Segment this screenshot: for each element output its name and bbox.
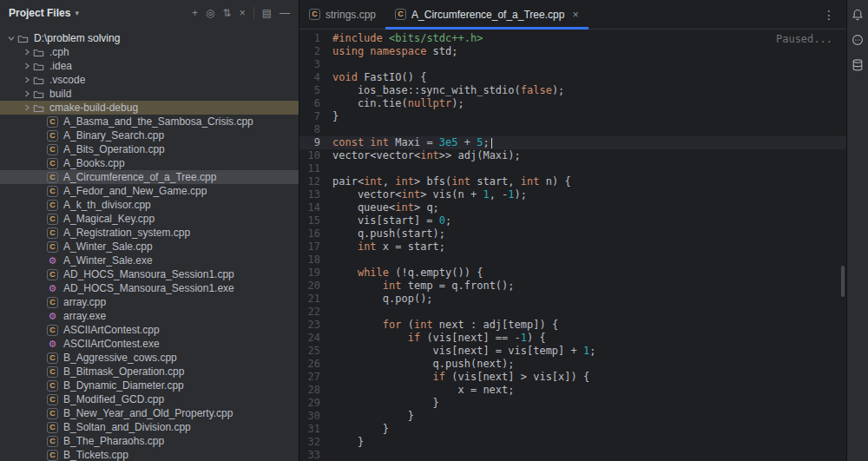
code-editor[interactable]: 1#include <bits/stdc++.h>2using namespac… bbox=[299, 30, 846, 461]
code-line[interactable]: 6 cin.tie(nullptr); bbox=[299, 97, 846, 110]
tree-item[interactable]: AD_HOCS_Mansoura_Session1.exe bbox=[0, 281, 299, 295]
code-line[interactable]: 16 q.push(start); bbox=[299, 227, 846, 240]
code-line[interactable]: 8 bbox=[299, 123, 846, 136]
tree-item[interactable]: array.exe bbox=[0, 309, 299, 323]
tree-item[interactable]: B_Modified_GCD.cpp bbox=[0, 392, 299, 406]
tree-item[interactable]: A_Bits_Operation.cpp bbox=[0, 142, 299, 156]
code-line[interactable]: 33 bbox=[299, 449, 846, 461]
line-number[interactable]: 29 bbox=[299, 397, 320, 410]
tree-item[interactable]: A_Winter_Sale.cpp bbox=[0, 240, 299, 254]
close-icon[interactable]: × bbox=[240, 8, 246, 18]
chevron-collapsed-icon[interactable] bbox=[21, 62, 33, 70]
line-number[interactable]: 4 bbox=[299, 71, 320, 84]
line-number[interactable]: 26 bbox=[299, 358, 320, 371]
code-line[interactable]: 30 } bbox=[299, 410, 846, 423]
tree-item[interactable]: cmake-build-debug bbox=[0, 101, 299, 115]
code-line[interactable]: 17 int x = start; bbox=[299, 240, 846, 254]
locate-icon[interactable]: ◎ bbox=[206, 8, 214, 18]
line-number[interactable]: 7 bbox=[299, 110, 320, 123]
project-view-selector[interactable]: Project Files ▾ bbox=[9, 7, 79, 19]
tree-item[interactable]: A_Magical_Key.cpp bbox=[0, 212, 299, 226]
code-line[interactable]: 13 vector<int> vis(n + 1, -1); bbox=[299, 188, 846, 201]
tree-item[interactable]: B_Soltan_and_Division.cpp bbox=[0, 420, 299, 434]
tree-item[interactable]: A_Winter_Sale.exe bbox=[0, 254, 299, 267]
minimize-icon[interactable]: — bbox=[279, 8, 290, 18]
code-line[interactable]: 32 } bbox=[299, 436, 846, 449]
line-number[interactable]: 11 bbox=[299, 162, 320, 175]
add-icon[interactable]: + bbox=[192, 8, 198, 18]
tree-item[interactable]: .idea bbox=[0, 59, 299, 73]
tree-item[interactable]: B_The_Pharaohs.cpp bbox=[0, 434, 299, 448]
line-number[interactable]: 12 bbox=[299, 175, 320, 188]
line-number[interactable]: 25 bbox=[299, 345, 320, 358]
code-line[interactable]: 5 ios_base::sync_with_stdio(false); bbox=[299, 84, 846, 97]
code-line[interactable]: 19 while (!q.empty()) { bbox=[299, 267, 846, 280]
code-line[interactable]: 1#include <bits/stdc++.h> bbox=[299, 32, 846, 45]
tree-item[interactable]: .vscode bbox=[0, 73, 299, 87]
database-icon[interactable] bbox=[851, 58, 865, 72]
code-line[interactable]: 7} bbox=[299, 110, 846, 123]
chevron-expanded-icon[interactable] bbox=[5, 34, 17, 43]
code-line[interactable]: 15 vis[start] = 0; bbox=[299, 214, 846, 227]
chevron-collapsed-icon[interactable] bbox=[21, 76, 33, 84]
tree-item[interactable]: B_New_Year_and_Old_Property.cpp bbox=[0, 406, 299, 420]
tree-item[interactable]: A_k_th_divisor.cpp bbox=[0, 198, 299, 212]
line-number[interactable]: 30 bbox=[299, 410, 320, 423]
expand-collapse-icon[interactable]: ⇅ bbox=[223, 8, 232, 18]
line-number[interactable]: 10 bbox=[299, 149, 320, 162]
code-line[interactable]: 24 if (vis[next] == -1) { bbox=[299, 332, 846, 345]
code-line[interactable]: 22 bbox=[299, 306, 846, 319]
line-number[interactable]: 19 bbox=[299, 267, 320, 280]
line-number[interactable]: 6 bbox=[299, 97, 320, 110]
tree-item[interactable]: B_Bitmask_Operation.cpp bbox=[0, 365, 299, 379]
code-line[interactable]: 10vector<vector<int>> adj(Maxi); bbox=[299, 149, 846, 162]
code-line[interactable]: 23 for (int next : adj[temp]) { bbox=[299, 319, 846, 332]
code-line[interactable]: 2using namespace std; bbox=[299, 45, 846, 58]
more-options-icon[interactable]: ⋮ bbox=[823, 8, 846, 22]
code-line[interactable]: 9const int Maxi = 3e5 + 5; bbox=[299, 136, 846, 149]
tree-item[interactable]: A_Fedor_and_New_Game.cpp bbox=[0, 184, 299, 198]
tree-item[interactable]: A_Binary_Search.cpp bbox=[0, 128, 299, 142]
code-line[interactable]: 11 bbox=[299, 162, 846, 175]
line-number[interactable]: 8 bbox=[299, 123, 320, 136]
line-number[interactable]: 15 bbox=[299, 214, 320, 227]
editor-tab[interactable]: strings.cpp bbox=[299, 0, 385, 29]
line-number[interactable]: 14 bbox=[299, 201, 320, 214]
tree-item[interactable]: A_Circumference_of_a_Tree.cpp bbox=[0, 170, 299, 184]
tree-item[interactable]: .cph bbox=[0, 45, 299, 59]
line-number[interactable]: 20 bbox=[299, 280, 320, 293]
code-line[interactable]: 26 q.push(next); bbox=[299, 358, 846, 371]
tree-item[interactable]: ASCIIArtContest.exe bbox=[0, 337, 299, 351]
tree-item[interactable]: B_Aggressive_cows.cpp bbox=[0, 351, 299, 365]
line-number[interactable]: 17 bbox=[299, 240, 320, 254]
line-number[interactable]: 27 bbox=[299, 371, 320, 384]
tree-item[interactable]: build bbox=[0, 87, 299, 101]
line-number[interactable]: 21 bbox=[299, 293, 320, 306]
code-line[interactable]: 31 } bbox=[299, 423, 846, 436]
tree-item[interactable]: A_Registration_system.cpp bbox=[0, 226, 299, 240]
line-number[interactable]: 1 bbox=[299, 32, 320, 45]
line-number[interactable]: 16 bbox=[299, 227, 320, 240]
line-number[interactable]: 5 bbox=[299, 84, 320, 97]
close-icon[interactable]: × bbox=[572, 8, 579, 21]
hide-panel-icon[interactable]: ▤ bbox=[262, 8, 272, 18]
ai-assistant-icon[interactable] bbox=[851, 33, 865, 47]
line-number[interactable]: 18 bbox=[299, 254, 320, 267]
code-line[interactable]: 21 q.pop(); bbox=[299, 293, 846, 306]
tree-item[interactable]: array.cpp bbox=[0, 295, 299, 309]
code-line[interactable]: 12pair<int, int> bfs(int start, int n) { bbox=[299, 175, 846, 188]
tree-item[interactable]: AD_HOCS_Mansoura_Session1.cpp bbox=[0, 267, 299, 281]
notifications-icon[interactable] bbox=[851, 8, 865, 22]
code-line[interactable]: 25 vis[next] = vis[temp] + 1; bbox=[299, 345, 846, 358]
code-line[interactable]: 28 x = next; bbox=[299, 384, 846, 397]
line-number[interactable]: 3 bbox=[299, 58, 320, 71]
code-line[interactable]: 27 if (vis[next] > vis[x]) { bbox=[299, 371, 846, 384]
code-line[interactable]: 20 int temp = q.front(); bbox=[299, 280, 846, 293]
tree-item[interactable]: B_Tickets.cpp bbox=[0, 448, 299, 461]
tree-item[interactable]: A_Basma_and_the_Sambosa_Crisis.cpp bbox=[0, 115, 299, 128]
line-number[interactable]: 23 bbox=[299, 319, 320, 332]
code-line[interactable]: 29 } bbox=[299, 397, 846, 410]
code-line[interactable]: 14 queue<int> q; bbox=[299, 201, 846, 214]
tree-item[interactable]: ASCIIArtContest.cpp bbox=[0, 323, 299, 337]
scrollbar-thumb[interactable] bbox=[841, 266, 845, 297]
